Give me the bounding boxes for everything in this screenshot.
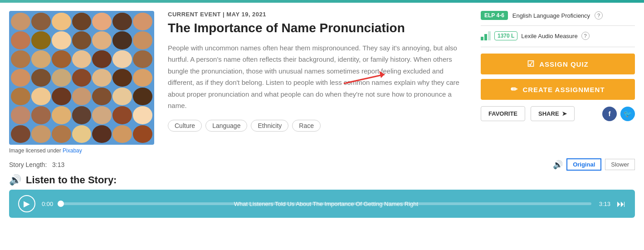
assign-quiz-button[interactable]: ☑ ASSIGN QUIZ bbox=[481, 54, 635, 74]
action-row: FAVORITE SHARE ➤ f 🐦 bbox=[481, 106, 635, 121]
favorite-button[interactable]: FAVORITE bbox=[481, 106, 525, 121]
lexile-num: 1370 L bbox=[494, 31, 517, 40]
article-body: CURRENT EVENT | MAY 19, 2021 The Importa… bbox=[168, 11, 472, 154]
tag-race[interactable]: Race bbox=[292, 120, 321, 132]
image-caption: Image licensed under Pixabay bbox=[9, 147, 159, 154]
lexile-chart bbox=[481, 31, 491, 40]
sidebar: ELP 4-6 English Language Proficiency ? 1… bbox=[481, 11, 635, 154]
lexile-label: Lexile Audio Measure bbox=[521, 33, 577, 39]
share-label: SHARE bbox=[538, 110, 559, 117]
quiz-icon: ☑ bbox=[527, 59, 535, 69]
story-length-label: Story Length: 3:13 bbox=[9, 161, 64, 168]
listen-icon: 🔊 bbox=[9, 174, 21, 186]
article-text: People with uncommon names often hear th… bbox=[168, 42, 467, 112]
speed-original-button[interactable]: Original bbox=[566, 158, 601, 171]
listen-heading: 🔊 Listen to the Story: bbox=[9, 174, 635, 186]
facebook-icon[interactable]: f bbox=[602, 107, 617, 121]
share-arrow-icon: ➤ bbox=[562, 110, 567, 117]
twitter-icon[interactable]: 🐦 bbox=[620, 107, 635, 121]
assign-quiz-label: ASSIGN QUIZ bbox=[539, 60, 589, 68]
time-end: 3:13 bbox=[598, 201, 610, 207]
tags-list: Culture Language Ethnicity Race bbox=[168, 120, 467, 132]
audio-player: ▶ 0:00 What Listeners Told Us About The … bbox=[9, 190, 635, 218]
create-assignment-label: CREATE ASSIGNMENT bbox=[522, 86, 605, 93]
volume-icon: 🔊 bbox=[553, 160, 563, 170]
speed-slower-button[interactable]: Slower bbox=[605, 159, 635, 170]
social-icons: f 🐦 bbox=[602, 107, 635, 121]
lexile-row: 1370 L Lexile Audio Measure ? bbox=[481, 31, 635, 47]
lexile-help-icon[interactable]: ? bbox=[581, 32, 590, 40]
story-length-text: Story Length: bbox=[9, 161, 47, 168]
article-image bbox=[9, 11, 154, 145]
pixabay-link[interactable]: Pixabay bbox=[63, 147, 82, 154]
assignment-icon: ✏ bbox=[511, 84, 518, 94]
bar-2 bbox=[484, 34, 487, 40]
bottom-section: Story Length: 3:13 🔊 Original Slower 🔊 L… bbox=[0, 154, 644, 218]
story-length-value: 3:13 bbox=[52, 161, 64, 168]
time-start: 0:00 bbox=[42, 201, 54, 207]
create-assignment-button[interactable]: ✏ CREATE ASSIGNMENT bbox=[481, 79, 635, 100]
progress-bar[interactable] bbox=[61, 202, 591, 205]
skip-button[interactable]: ⏭ bbox=[617, 199, 626, 209]
audio-player-inner: What Listeners Told Us About The Importa… bbox=[61, 202, 591, 205]
tag-ethnicity[interactable]: Ethnicity bbox=[251, 120, 288, 132]
elp-help-icon[interactable]: ? bbox=[595, 11, 603, 20]
story-length-row: Story Length: 3:13 🔊 Original Slower bbox=[9, 158, 635, 171]
tag-culture[interactable]: Culture bbox=[168, 120, 202, 132]
article-title: The Importance of Name Pronunciation bbox=[168, 20, 467, 36]
image-column: Image licensed under Pixabay bbox=[9, 11, 159, 154]
current-event-label: CURRENT EVENT | MAY 19, 2021 bbox=[168, 11, 467, 18]
listen-label: Listen to the Story: bbox=[26, 174, 117, 186]
progress-dot bbox=[58, 201, 64, 207]
share-button[interactable]: SHARE ➤ bbox=[531, 106, 575, 121]
elp-label: English Language Proficiency bbox=[512, 12, 590, 19]
play-button[interactable]: ▶ bbox=[18, 195, 35, 212]
elp-badge: ELP 4-6 bbox=[481, 11, 508, 20]
tag-language[interactable]: Language bbox=[205, 120, 247, 132]
bar-1 bbox=[481, 37, 483, 40]
speed-controls: 🔊 Original Slower bbox=[553, 158, 635, 171]
elp-row: ELP 4-6 English Language Proficiency ? bbox=[481, 11, 635, 26]
bar-3 bbox=[488, 31, 491, 40]
